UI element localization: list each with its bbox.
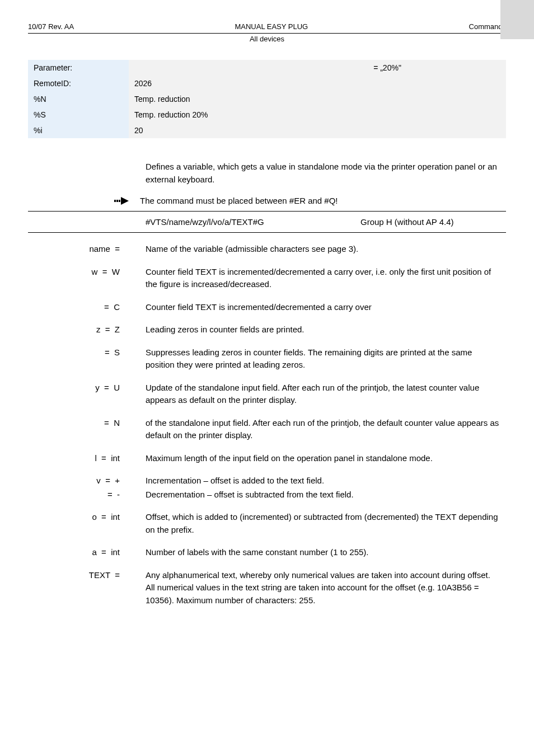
- definition-value: Counter field TEXT is incremented/decrem…: [146, 301, 506, 314]
- definition-key: = -: [28, 489, 146, 501]
- definition-value: Any alphanumerical text, whereby only nu…: [146, 569, 506, 607]
- definition-row: a = int Number of labels with the same c…: [28, 546, 506, 559]
- command-syntax: #VTS/name/wzy/l/vo/a/TEXT#G: [146, 217, 360, 227]
- definition-key: z = Z: [28, 323, 146, 336]
- svg-rect-1: [116, 200, 118, 202]
- definition-value: Update of the standalone input field. Af…: [146, 382, 506, 407]
- table-row: %i 20: [28, 123, 506, 138]
- arrow-note-text: The command must be placed between #ER a…: [140, 196, 338, 205]
- intro-paragraph: Defines a variable, which gets a value i…: [146, 161, 506, 186]
- param-label: %N: [28, 91, 129, 107]
- definition-value: Suppresses leading zeros in counter fiel…: [146, 346, 506, 372]
- definition-value: Leading zeros in counter fields are prin…: [146, 323, 506, 336]
- definition-key: = C: [28, 301, 146, 314]
- corner-accent: [500, 0, 534, 39]
- param-value: 20: [129, 123, 506, 138]
- definition-row: l = int Maximum length of the input fiel…: [28, 452, 506, 465]
- param-value: Temp. reduction: [129, 91, 506, 107]
- definition-row: TEXT = Any alphanumerical text, whereby …: [28, 569, 506, 607]
- definition-value: Name of the variable (admissible charact…: [146, 243, 506, 256]
- definition-key: = N: [28, 417, 146, 442]
- param-label: RemoteID:: [28, 76, 129, 91]
- definition-value: Maximum length of the input field on the…: [146, 452, 506, 465]
- header-sub: All devices: [28, 35, 506, 43]
- definition-key: name =: [28, 243, 146, 256]
- command-group: Group H (without AP 4.4): [360, 217, 506, 227]
- definition-row: o = int Offset, which is added to (incre…: [28, 511, 506, 536]
- definition-row: y = U Update of the standalone input fie…: [28, 382, 506, 407]
- definition-key: a = int: [28, 546, 146, 559]
- definition-value: Incrementation – offset is added to the …: [146, 475, 506, 487]
- table-row: %N Temp. reduction: [28, 91, 506, 107]
- command-line: #VTS/name/wzy/l/vo/a/TEXT#G Group H (wit…: [28, 215, 506, 229]
- param-value: 2026: [129, 76, 506, 91]
- definition-row: v = + Incrementation – offset is added t…: [28, 475, 506, 487]
- svg-marker-3: [121, 197, 129, 205]
- definition-key: = S: [28, 346, 146, 372]
- definition-key: TEXT =: [28, 569, 146, 607]
- page-header: 10/07 Rev. AA MANUAL EASY PLUG Commands: [28, 22, 506, 31]
- definition-row: = C Counter field TEXT is incremented/de…: [28, 301, 506, 314]
- definition-value: Decrementation – offset is subtracted fr…: [146, 489, 506, 501]
- param-label: %i: [28, 123, 129, 138]
- header-rule: [28, 33, 506, 34]
- definition-value: of the standalone input field. After eac…: [146, 417, 506, 442]
- definition-key: o = int: [28, 511, 146, 536]
- definition-row: w = W Counter field TEXT is incremented/…: [28, 266, 506, 291]
- param-label: Parameter:: [28, 60, 129, 76]
- arrow-note-row: The command must be placed between #ER a…: [112, 196, 506, 205]
- definition-key: l = int: [28, 452, 146, 465]
- definition-row: = N of the standalone input field. After…: [28, 417, 506, 442]
- arrow-right-icon: [112, 197, 129, 205]
- definition-key: y = U: [28, 382, 146, 407]
- definition-row: z = Z Leading zeros in counter fields ar…: [28, 323, 506, 336]
- definition-value: Number of labels with the same constant …: [146, 546, 506, 559]
- svg-rect-2: [119, 200, 120, 202]
- divider: [28, 211, 506, 212]
- definition-value: Offset, which is added to (incremented) …: [146, 511, 506, 536]
- definition-row: = - Decrementation – offset is subtracte…: [28, 489, 506, 501]
- param-value: Temp. reduction 20%: [129, 107, 506, 123]
- svg-rect-0: [114, 200, 116, 202]
- parameter-table: Parameter: = „20%" RemoteID: 2026 %N Tem…: [28, 60, 506, 138]
- definition-key: v = +: [28, 475, 146, 487]
- header-left: 10/07 Rev. AA: [28, 22, 74, 31]
- param-value: = „20%": [129, 60, 506, 76]
- table-row: %S Temp. reduction 20%: [28, 107, 506, 123]
- table-row: RemoteID: 2026: [28, 76, 506, 91]
- header-center: MANUAL EASY PLUG: [74, 22, 469, 31]
- definition-value: Counter field TEXT is incremented/decrem…: [146, 266, 506, 291]
- definition-row: name = Name of the variable (admissible …: [28, 243, 506, 256]
- definition-key: w = W: [28, 266, 146, 291]
- definition-row: = S Suppresses leading zeros in counter …: [28, 346, 506, 372]
- divider: [28, 232, 506, 233]
- table-row: Parameter: = „20%": [28, 60, 506, 76]
- param-label: %S: [28, 107, 129, 123]
